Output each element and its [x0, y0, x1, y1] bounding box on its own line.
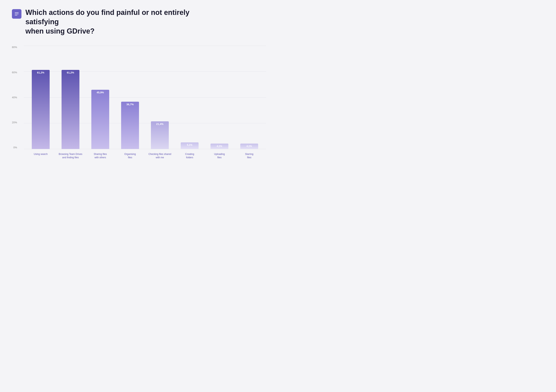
bar-group-organising-files: 36,7% [117, 102, 143, 149]
y-axis: 80% 60% 40% 20% 0% [12, 46, 19, 149]
bar-group-sharing-files: 45,9% [87, 90, 113, 149]
bar-value-browsing-team-drives: 61,2% [67, 71, 74, 74]
bar-group-checking-files-shared: 21,4% [147, 121, 173, 149]
x-label-creating-folders: Creatingfolders [177, 151, 202, 159]
bar-wrapper-organising-files: 36,7% [121, 102, 139, 149]
y-label-40: 40% [12, 96, 17, 99]
bar-sharing-files [91, 90, 109, 149]
bar-group-uploading-files: 4,1% [207, 144, 232, 149]
bar-wrapper-starring-files: 4,1% [240, 144, 258, 149]
bar-group-starring-files: 4,1% [236, 144, 262, 149]
y-label-80: 80% [12, 46, 17, 49]
bar-value-sharing-files: 45,9% [97, 91, 104, 94]
x-label-starring-files: Starringfiles [236, 151, 262, 159]
bar-wrapper-browsing-team-drives: 61,2% [62, 70, 79, 149]
svg-rect-2 [15, 15, 17, 15]
grid-line-0 [24, 149, 266, 149]
y-label-60: 60% [12, 71, 17, 74]
bar-wrapper-using-search: 61,2% [32, 70, 50, 149]
bar-chart: 80% 60% 40% 20% 0% 61,2% 61,2% 45,9% [12, 46, 266, 177]
bar-using-search [32, 70, 50, 149]
bar-wrapper-uploading-files: 4,1% [210, 144, 228, 149]
bar-group-browsing-team-drives: 61,2% [58, 70, 83, 149]
page-title: Which actions do you find painful or not… [25, 8, 204, 36]
list-icon [14, 11, 19, 16]
page-header: Which actions do you find painful or not… [12, 8, 266, 36]
x-label-checking-files-shared: Checking files sharedwith me [147, 151, 173, 159]
bar-organising-files [121, 102, 139, 149]
bars-container: 61,2% 61,2% 45,9% 36,7% 21,4% [24, 46, 266, 149]
bar-wrapper-creating-folders: 5,1% [181, 142, 199, 149]
bar-group-creating-folders: 5,1% [177, 142, 202, 149]
bar-wrapper-checking-files-shared: 21,4% [151, 121, 169, 149]
x-label-browsing-team-drives: Browsing Team Drivesand finding files [58, 151, 83, 159]
x-label-uploading-files: Uploadingfiles [207, 151, 232, 159]
bar-value-checking-files-shared: 21,4% [156, 123, 164, 125]
bar-browsing-team-drives [62, 70, 79, 149]
svg-rect-0 [15, 12, 19, 13]
x-labels: Using search Browsing Team Drivesand fin… [24, 151, 266, 159]
question-icon-box [12, 9, 22, 19]
bar-value-organising-files: 36,7% [126, 103, 134, 106]
x-label-organising-files: Organisingfiles [117, 151, 143, 159]
svg-rect-1 [15, 14, 19, 14]
y-label-0: 0% [13, 146, 17, 149]
title-line2: when using GDrive? [25, 27, 94, 35]
x-label-sharing-files: Sharing fileswith others [87, 151, 113, 159]
bar-group-using-search: 61,2% [28, 70, 54, 149]
title-line1: Which actions do you find painful or not… [25, 8, 189, 26]
x-label-using-search: Using search [28, 151, 54, 156]
bar-wrapper-sharing-files: 45,9% [91, 90, 109, 149]
bar-value-creating-folders: 5,1% [187, 144, 192, 146]
y-label-20: 20% [12, 121, 17, 124]
bar-value-starring-files: 4,1% [247, 145, 252, 147]
bar-value-uploading-files: 4,1% [217, 145, 222, 147]
bar-value-using-search: 61,2% [37, 71, 45, 74]
